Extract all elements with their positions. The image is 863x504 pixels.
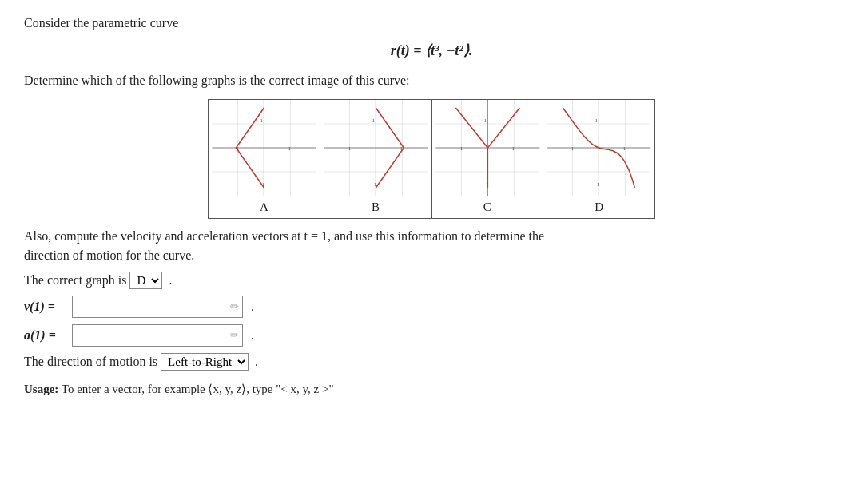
svg-text:1: 1 xyxy=(623,145,626,152)
equation-display: r(t) = ⟨t³, −t²⟩. xyxy=(24,42,839,59)
svg-text:-1: -1 xyxy=(458,145,463,152)
svg-text:-1: -1 xyxy=(595,181,600,188)
also-line1: Also, compute the velocity and accelerat… xyxy=(24,229,544,243)
v1-period: . xyxy=(248,300,254,314)
graphs-row: 1 -1 -1 1 xyxy=(209,100,654,196)
graph-label-b: B xyxy=(320,196,432,218)
graph-box-d: 1 -1 -1 1 xyxy=(543,100,654,196)
graph-svg-area-d: 1 -1 -1 1 xyxy=(543,100,654,196)
v1-pencil-icon[interactable]: ✏ xyxy=(230,300,239,313)
a1-period: . xyxy=(248,328,254,343)
determine-text: Determine which of the following graphs … xyxy=(24,73,839,88)
graph-svg-area-c: 1 -1 -1 1 xyxy=(432,100,543,196)
a1-input-wrap[interactable]: ✏ xyxy=(72,324,243,347)
svg-text:1: 1 xyxy=(511,145,515,152)
svg-text:1: 1 xyxy=(483,117,487,124)
svg-text:-1: -1 xyxy=(483,181,488,188)
graph-labels-row: A B C D xyxy=(209,196,654,218)
a1-label: a(1) = xyxy=(24,328,72,343)
direction-select[interactable]: Left-to-RightRight-to-LeftUpDown xyxy=(161,353,249,371)
usage-text: Usage: To enter a vector, for example ⟨x… xyxy=(24,382,839,396)
svg-text:1: 1 xyxy=(372,117,375,124)
graphs-wrapper: 1 -1 -1 1 xyxy=(208,99,655,219)
direction-label: The direction of motion is xyxy=(24,355,157,369)
correct-graph-period: . xyxy=(165,273,172,288)
direction-period: . xyxy=(252,355,258,369)
svg-text:-1: -1 xyxy=(346,145,351,152)
svg-text:-1: -1 xyxy=(260,181,264,188)
intro-text: Consider the parametric curve xyxy=(24,16,839,30)
svg-text:-1: -1 xyxy=(570,145,575,152)
graph-label-c: C xyxy=(432,196,544,218)
graph-label-a: A xyxy=(209,196,320,218)
usage-bold: Usage: xyxy=(24,383,58,395)
svg-text:1: 1 xyxy=(260,117,263,124)
correct-graph-row: The correct graph is ABCD . xyxy=(24,272,839,289)
correct-graph-label: The correct graph is xyxy=(24,273,126,288)
graph-svg-area-b: 1 -1 -1 1 xyxy=(320,100,432,196)
graph-box-a: 1 -1 -1 1 xyxy=(209,100,320,196)
a1-row: a(1) = ✏ . xyxy=(24,324,839,347)
also-line2: direction of motion for the curve. xyxy=(24,248,194,262)
graph-box-b: 1 -1 -1 1 xyxy=(320,100,432,196)
svg-text:-1: -1 xyxy=(234,145,239,152)
direction-row: The direction of motion is Left-to-Right… xyxy=(24,353,839,371)
equation-text: r(t) = ⟨t³, −t²⟩. xyxy=(391,42,472,58)
graph-label-d: D xyxy=(543,196,654,218)
v1-input-wrap[interactable]: ✏ xyxy=(72,296,243,318)
svg-text:1: 1 xyxy=(400,145,403,152)
v1-row: v(1) = ✏ . xyxy=(24,296,839,318)
svg-text:-1: -1 xyxy=(372,181,376,188)
v1-label: v(1) = xyxy=(24,300,72,314)
correct-graph-select[interactable]: ABCD xyxy=(129,272,162,289)
a1-pencil-icon[interactable]: ✏ xyxy=(230,329,239,342)
a1-input[interactable] xyxy=(76,329,227,343)
graph-svg-area-a: 1 -1 -1 1 xyxy=(209,100,320,196)
v1-input[interactable] xyxy=(76,300,227,314)
usage-content: To enter a vector, for example ⟨x, y, z⟩… xyxy=(58,383,333,395)
graph-box-c: 1 -1 -1 1 xyxy=(432,100,544,196)
svg-text:1: 1 xyxy=(595,117,599,124)
also-text: Also, compute the velocity and accelerat… xyxy=(24,227,839,265)
svg-text:1: 1 xyxy=(288,145,291,152)
